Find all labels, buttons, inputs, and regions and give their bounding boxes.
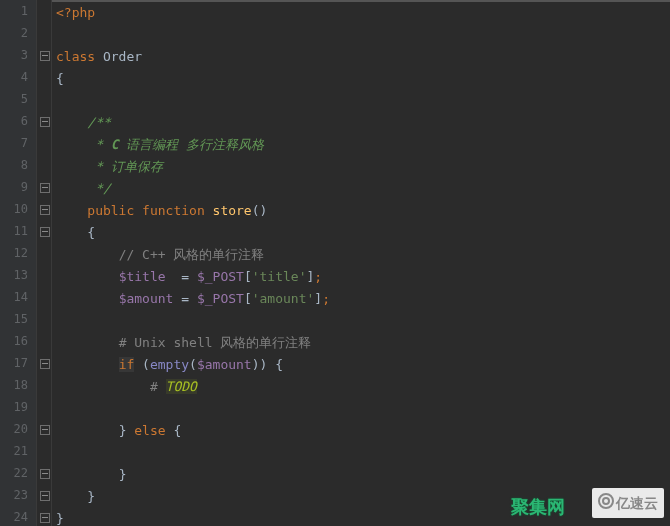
fold-marker-icon[interactable] — [40, 513, 50, 523]
code-line: # TODO — [56, 376, 670, 398]
line-number: 22 — [0, 462, 28, 484]
line-number: 2 — [0, 22, 28, 44]
code-line: { — [56, 222, 670, 244]
fold-marker-icon[interactable] — [40, 227, 50, 237]
code-line: $title = $_POST['title']; — [56, 266, 670, 288]
token-assign: = — [173, 291, 196, 306]
token-paren: ( — [189, 357, 197, 372]
line-number: 4 — [0, 66, 28, 88]
token-keyword-function: function — [142, 203, 205, 218]
code-line: } — [56, 464, 670, 486]
token-variable: $amount — [197, 357, 252, 372]
code-line: { — [56, 68, 670, 90]
code-line — [56, 90, 670, 112]
fold-marker-icon[interactable] — [40, 205, 50, 215]
token-superglobal: $_POST — [197, 269, 244, 284]
fold-marker-icon[interactable] — [40, 425, 50, 435]
token-brace: { — [56, 71, 64, 86]
code-line: $amount = $_POST['amount']; — [56, 288, 670, 310]
token-php-open: <?php — [56, 5, 95, 20]
code-line: // C++ 风格的单行注释 — [56, 244, 670, 266]
line-number: 21 — [0, 440, 28, 462]
token-brace: } — [119, 423, 127, 438]
code-line: class Order — [56, 46, 670, 68]
fold-marker-icon[interactable] — [40, 469, 50, 479]
fold-marker-icon[interactable] — [40, 183, 50, 193]
token-brace: { — [267, 357, 283, 372]
fold-bar — [37, 0, 52, 526]
token-semicolon: ; — [322, 291, 330, 306]
token-bracket: [ — [244, 269, 252, 284]
token-builtin-empty: empty — [150, 357, 189, 372]
line-number: 9 — [0, 176, 28, 198]
token-function-name: store — [213, 203, 252, 218]
token-docblock: C — [103, 137, 119, 152]
line-number: 1 — [0, 0, 28, 22]
line-number: 12 — [0, 242, 28, 264]
code-editor: 123456789101112131415161718192021222324 … — [0, 0, 670, 526]
line-number: 24 — [0, 506, 28, 526]
fold-marker-icon[interactable] — [40, 117, 50, 127]
line-number: 17 — [0, 352, 28, 374]
fold-marker-icon[interactable] — [40, 359, 50, 369]
code-area[interactable]: <?php class Order { /** * C 语言编程 多行注释风格 … — [52, 0, 670, 526]
fold-marker-icon[interactable] — [40, 51, 50, 61]
code-line: if (empty($amount)) { — [56, 354, 670, 376]
line-number: 6 — [0, 110, 28, 132]
token-keyword-public: public — [87, 203, 134, 218]
code-line: } else { — [56, 420, 670, 442]
line-number: 11 — [0, 220, 28, 242]
code-line: * C 语言编程 多行注释风格 — [56, 134, 670, 156]
code-line — [56, 398, 670, 420]
line-number: 5 — [0, 88, 28, 110]
line-number: 19 — [0, 396, 28, 418]
line-number-gutter: 123456789101112131415161718192021222324 — [0, 0, 37, 526]
code-line: <?php — [56, 2, 670, 24]
code-line: /** — [56, 112, 670, 134]
token-string: 'title' — [252, 269, 307, 284]
code-line — [56, 310, 670, 332]
line-number: 13 — [0, 264, 28, 286]
line-number: 3 — [0, 44, 28, 66]
token-docblock: * 订单保存 — [87, 159, 162, 174]
token-bracket: ] — [314, 291, 322, 306]
line-number: 16 — [0, 330, 28, 352]
token-comment: // C++ 风格的单行注释 — [119, 247, 265, 262]
token-brace: { — [87, 225, 95, 240]
token-assign: = — [166, 269, 197, 284]
token-comment: # Unix shell 风格的单行注释 — [119, 335, 312, 350]
token-paren: )) — [252, 357, 268, 372]
token-docblock: */ — [87, 181, 110, 196]
line-number: 15 — [0, 308, 28, 330]
token-brace: } — [87, 489, 95, 504]
token-brace: { — [166, 423, 182, 438]
code-line: # Unix shell 风格的单行注释 — [56, 332, 670, 354]
token-keyword-else: else — [134, 423, 165, 438]
code-line: } — [56, 508, 670, 526]
token-paren: ( — [134, 357, 150, 372]
line-number: 20 — [0, 418, 28, 440]
token-brace: } — [119, 467, 127, 482]
token-brace: } — [56, 511, 64, 526]
token-variable: $amount — [119, 291, 174, 306]
token-semicolon: ; — [314, 269, 322, 284]
code-line: } — [56, 486, 670, 508]
token-parens: () — [252, 203, 268, 218]
code-line: * 订单保存 — [56, 156, 670, 178]
line-number: 10 — [0, 198, 28, 220]
token-docblock: /** — [87, 115, 110, 130]
token-docblock: 语言编程 多行注释风格 — [119, 137, 265, 152]
line-number: 14 — [0, 286, 28, 308]
token-keyword-if: if — [119, 357, 135, 372]
token-string: 'amount' — [252, 291, 315, 306]
token-bracket: [ — [244, 291, 252, 306]
token-superglobal: $_POST — [197, 291, 244, 306]
fold-marker-icon[interactable] — [40, 491, 50, 501]
token-keyword-class: class — [56, 49, 95, 64]
code-line: */ — [56, 178, 670, 200]
token-docblock: * — [87, 137, 103, 152]
code-line — [56, 24, 670, 46]
code-line: public function store() — [56, 200, 670, 222]
token-variable: $title — [119, 269, 166, 284]
line-number: 23 — [0, 484, 28, 506]
